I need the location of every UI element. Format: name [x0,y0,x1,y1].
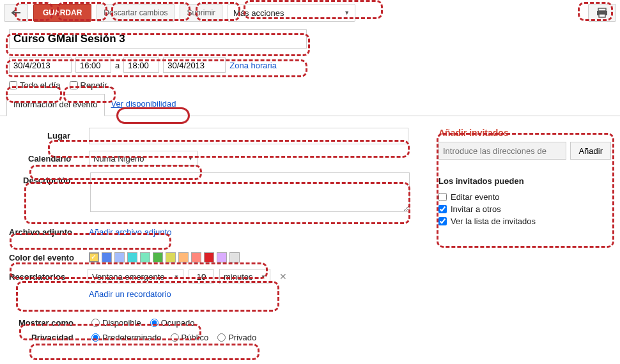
remove-reminder-button[interactable]: ✕ [275,271,291,282]
date-from-input[interactable] [9,57,72,73]
svg-rect-2 [599,14,605,17]
perm-edit-checkbox[interactable] [438,193,447,201]
calendar-label: Calendario [28,151,82,163]
svg-rect-0 [598,8,606,11]
time-separator: a [115,61,120,70]
privacy-public-radio[interactable] [171,333,179,342]
show-as-available-text: Disponible [102,318,141,328]
privacy-private-text: Privado [228,333,256,342]
add-reminder-link[interactable]: Añadir un recordatorio [89,289,171,299]
show-as-label: Mostrar como [19,318,82,328]
color-swatch[interactable] [140,252,150,262]
attachment-label: Archivo adjunto [9,227,82,237]
date-to-input[interactable] [163,57,226,73]
reminder-type-select[interactable]: Ventana emergente [88,269,183,284]
show-as-busy-text: Ocupado [161,318,195,328]
repeat-checkbox[interactable] [70,81,78,89]
tab-event-info[interactable]: Información del evento [6,94,105,116]
tab-availability[interactable]: Ver disponibilidad [105,94,183,116]
reminder-type-value: Ventana emergente [92,272,164,282]
privacy-private-option[interactable]: Privado [217,333,256,342]
privacy-default-text: Predeterminado [102,333,162,342]
calendar-select[interactable]: Numa Nigerio [89,151,198,166]
print-button[interactable] [588,4,616,22]
color-swatch[interactable] [217,252,227,262]
discard-button[interactable]: Descartar cambios [97,4,174,22]
more-actions-select[interactable]: Más acciones [228,4,355,22]
all-day-label: Todo el día [20,80,61,90]
privacy-private-radio[interactable] [217,333,226,342]
show-as-busy-option[interactable]: Ocupado [150,318,195,328]
color-label: Color del evento [9,253,82,262]
delete-button[interactable]: Suprimir [180,4,222,22]
color-swatch[interactable] [89,252,99,262]
time-from-input[interactable] [75,57,111,73]
repeat-option[interactable]: Repetir... [70,80,114,90]
show-as-busy-radio[interactable] [150,319,159,327]
color-swatch[interactable] [127,252,137,262]
add-guest-button[interactable]: Añadir [570,142,611,160]
privacy-public-option[interactable]: Público [171,333,209,342]
show-as-available-option[interactable]: Disponible [91,318,141,328]
reminder-unit-select[interactable]: minutos [219,269,270,284]
reminder-number-input[interactable] [189,269,214,284]
printer-icon [596,8,608,18]
back-arrow-icon [11,9,21,17]
perm-invite-checkbox[interactable] [438,205,447,213]
repeat-label: Repetir... [81,80,114,90]
description-textarea[interactable] [90,172,410,212]
color-swatch[interactable] [191,252,201,262]
time-to-input[interactable] [123,57,159,73]
back-button[interactable] [4,4,28,22]
more-actions-label: Más acciones [233,8,284,18]
perm-edit-label: Editar evento [451,192,500,202]
privacy-default-radio[interactable] [91,333,100,342]
privacy-default-option[interactable]: Predeterminado [91,333,162,342]
description-label: Descripción [23,172,84,185]
perm-edit-row[interactable]: Editar evento [438,191,611,203]
privacy-public-text: Público [182,333,209,342]
privacy-label: Privacidad [31,333,82,342]
show-as-available-radio[interactable] [91,319,100,327]
color-swatch[interactable] [166,252,176,262]
color-swatch[interactable] [102,252,112,262]
all-day-checkbox[interactable] [9,81,17,89]
color-swatch[interactable] [178,252,189,262]
add-attachment-link[interactable]: Añadir archivo adjunto [89,227,171,237]
perm-seelist-row[interactable]: Ver la lista de invitados [438,215,611,227]
reminders-label: Recordatorios [9,272,82,282]
color-swatch[interactable] [204,252,214,262]
guest-email-input[interactable] [438,142,566,160]
all-day-option[interactable]: Todo el día [9,80,61,90]
perm-seelist-checkbox[interactable] [438,217,447,225]
timezone-link[interactable]: Zona horaria [229,61,277,70]
reminder-unit-value: minutos [224,272,253,282]
location-input[interactable] [89,128,408,144]
color-swatch[interactable] [114,252,125,262]
color-swatch[interactable] [229,252,240,262]
event-title-input[interactable] [9,29,307,49]
calendar-value: Numa Nigerio [93,154,144,163]
perm-invite-row[interactable]: Invitar a otros [438,203,611,215]
guests-title: Añadir invitados [438,128,611,138]
location-label: Lugar [47,128,82,140]
color-swatch[interactable] [153,252,163,262]
perm-seelist-label: Ver la lista de invitados [451,216,536,226]
guest-permissions-title: Los invitados pueden [438,176,611,186]
color-picker [89,252,240,262]
perm-invite-label: Invitar a otros [451,204,501,214]
save-button[interactable]: GUARDAR [33,4,91,22]
